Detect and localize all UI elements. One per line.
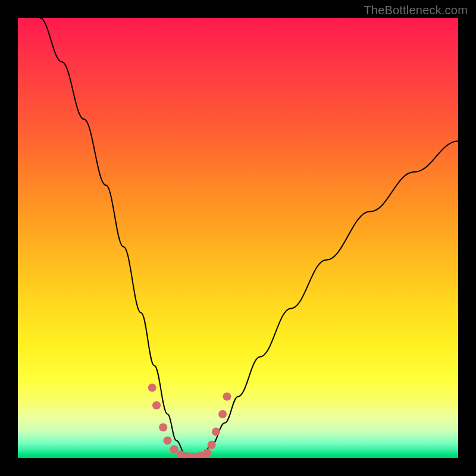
trough-marker — [208, 441, 216, 449]
trough-marker — [164, 436, 172, 444]
trough-marker — [170, 445, 178, 453]
chart-svg — [18, 18, 458, 458]
trough-marker — [212, 428, 220, 436]
trough-marker — [148, 384, 156, 392]
chart-area — [18, 18, 458, 458]
trough-marker — [223, 392, 231, 400]
trough-marker — [218, 410, 227, 418]
trough-marker — [152, 401, 161, 409]
bottleneck-curve — [40, 18, 458, 458]
trough-markers — [148, 384, 231, 458]
watermark-text: TheBottleneck.com — [364, 4, 468, 17]
trough-marker — [159, 423, 167, 431]
trough-marker — [203, 449, 211, 457]
